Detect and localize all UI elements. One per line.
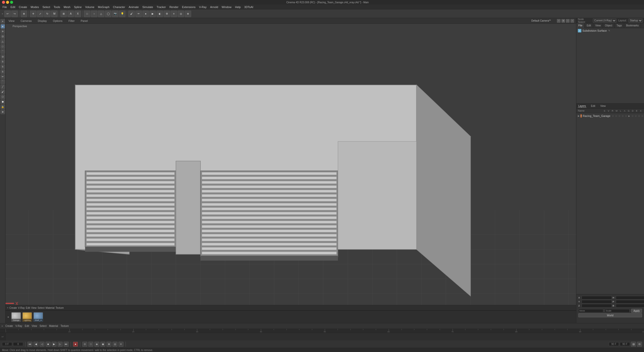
coord-h-rot[interactable] [616,296,644,299]
play-button[interactable]: ▶ [52,342,57,347]
viewport[interactable]: View Cameras Display Options Filter Pane… [6,18,576,323]
left-tool-sculpt[interactable]: ✏ [1,74,5,79]
tc-btn-extra-4[interactable]: ◉ [100,342,105,347]
toolbar-btn-model[interactable]: M [51,11,58,17]
menu-item-file[interactable]: File [1,5,9,10]
obj-icon-small-5[interactable]: ▶ [628,114,631,117]
bottom-toolbar-icon[interactable]: ≡ [7,306,8,309]
obj-icon-small-6[interactable]: □ [631,114,634,117]
obj-icon-small-9[interactable]: □ [641,114,644,117]
toolbar-btn-sphere[interactable]: ○ [91,11,97,17]
next-frame-button[interactable]: ▷ [58,342,63,347]
left-tool-extrude[interactable]: ⬡ [1,95,5,99]
menu-item-window[interactable]: Window [220,5,233,10]
subdivision-edit-icon[interactable]: ✎ [608,29,611,32]
tl-menu-view[interactable]: View [31,323,38,329]
timeline-icon[interactable]: ≡ [2,325,3,327]
menu-item-simulate[interactable]: Simulate [141,5,155,10]
bottom-menu-view[interactable]: View [31,306,37,309]
play-reverse-button[interactable]: ◁ [39,342,45,347]
menu-item-animate[interactable]: Animate [127,5,140,10]
toolbar-btn-snap[interactable]: ◎ [178,11,184,17]
menu-item-3dtoai[interactable]: 3DToAI [243,5,255,10]
bottom-menu-edit[interactable]: Edit [26,306,30,309]
close-button[interactable] [2,1,5,4]
toolbar-btn-scale[interactable]: ⤢ [37,11,44,17]
left-tool-paint[interactable]: 🖌 [1,90,5,94]
tl-menu-select[interactable]: Select [38,323,48,329]
ns-tab-file[interactable]: File [576,23,585,28]
vp-ctrl-2[interactable]: ⊞ [561,19,565,23]
tl-menu-edit[interactable]: Edit [24,323,30,329]
toolbar-btn-move[interactable]: ✛ [30,11,36,17]
vp-menu-view[interactable]: View [8,19,16,22]
toolbar-btn-anim[interactable]: A [67,11,74,17]
left-tool-extra[interactable]: ⊕ [1,110,5,114]
tl-menu-create[interactable]: Create [4,323,14,329]
toolbar-btn-camera[interactable]: 📷 [112,11,118,17]
toolbar-btn-paint[interactable]: 🖌 [128,11,135,17]
vp-ctrl-3[interactable]: □ [566,19,570,23]
left-tool-edge[interactable]: △ [1,39,5,44]
node-space-select[interactable]: Current (V-Ray) [593,19,616,23]
left-tool-bevel[interactable]: ⬢ [1,100,5,104]
left-tool-poly[interactable]: □ [1,44,5,49]
menu-item-spline[interactable]: Spline [72,5,83,10]
toolbar-btn-vray-sphere[interactable]: ● [142,11,149,17]
menu-item-modes[interactable]: Modes [29,5,41,10]
coord-z-move[interactable] [582,304,612,307]
toolbar-btn-cylinder[interactable]: ◯ [105,11,111,17]
op-tab-edit[interactable]: Edit [590,105,596,107]
tl-menu-texture[interactable]: Texture [60,323,70,329]
left-tool-model[interactable]: ◈ [1,24,5,29]
layout-select[interactable]: Startup [629,19,642,23]
toolbar-btn-redo[interactable]: ↪ [11,11,18,17]
ns-tab-edit[interactable]: Edit [585,23,593,28]
menu-item-character[interactable]: Character [111,5,127,10]
world-button[interactable]: World [578,313,642,317]
obj-icon-small-7[interactable]: □ [634,114,637,117]
timeline-content[interactable]: 0F [0,333,644,340]
vp-ctrl-4[interactable]: × [571,19,574,23]
menu-item-create[interactable]: Create [17,5,29,10]
prev-frame-button[interactable]: ◀ [33,342,38,347]
ns-tab-object[interactable]: Object [603,23,615,28]
left-tool-s2[interactable]: S [1,64,5,69]
bottom-menu-texture[interactable]: Texture [56,306,64,309]
tl-menu-vray[interactable]: V-Ray [14,323,23,329]
tc-btn-extra-7[interactable]: ≡ [118,342,124,347]
ns-tab-view[interactable]: View [593,23,603,28]
menu-item-select[interactable]: Select [41,5,52,10]
left-tool-layers[interactable]: ≡ [1,19,5,24]
toolbar-icon[interactable]: ≡ [1,13,4,15]
vp-menu-panel[interactable]: Panel [80,19,89,22]
toolbar-btn-obj-axis[interactable]: ⊞ [60,11,67,17]
tc-btn-final-2[interactable]: ⊟ [637,342,642,347]
toolbar-btn-x-ray[interactable]: X [74,11,81,17]
menu-item-tracker[interactable]: Tracker [155,5,168,10]
vp-menu-cameras[interactable]: Cameras [20,19,33,22]
toolbar-btn-new-obj[interactable]: ⊕ [21,11,27,17]
tc-btn-extra-3[interactable]: ◈ [94,342,99,347]
obj-expander[interactable]: ▶ [578,115,580,117]
menu-item-edit[interactable]: Edit [9,5,17,10]
toolbar-btn-magnet[interactable]: ⊗ [185,11,191,17]
stop-button[interactable]: ■ [46,342,51,347]
left-tool-move[interactable]: ✛ [1,29,5,34]
tc-btn-extra-2[interactable]: □ [88,342,93,347]
ns-tab-bookmarks[interactable]: Bookmarks [624,23,641,28]
record-button[interactable]: ● [73,342,78,347]
obj-icon-small-2[interactable]: □ [618,114,621,117]
coord-p-rot[interactable] [616,300,644,303]
go-to-start-button[interactable]: ⏮ [27,342,32,347]
menu-item-arnold[interactable]: Arnold [209,5,220,10]
toolbar-btn-settings[interactable]: ⚙ [164,11,170,17]
material-thumb-1[interactable]: Lighting [22,312,32,322]
vp-ctrl-1[interactable]: + [557,19,560,23]
toolbar-btn-render[interactable]: ▶ [149,11,156,17]
material-thumb-0[interactable]: Garage [11,312,21,322]
menu-item-mograph[interactable]: MoGraph [96,5,111,10]
ns-tab-tags[interactable]: Tags [615,23,624,28]
bottom-menu-create[interactable]: Create [9,306,17,309]
left-tool-curve[interactable]: ⌒ [1,79,5,84]
